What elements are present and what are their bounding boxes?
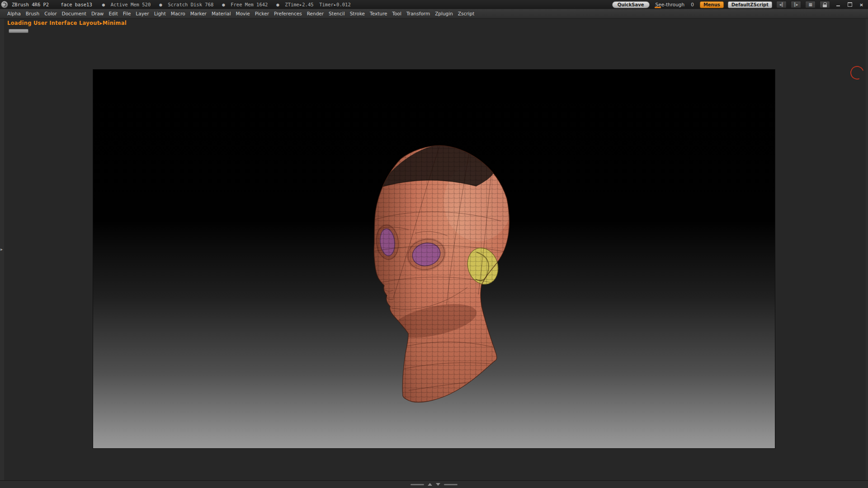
quicksave-button[interactable]: QuickSave [612,1,650,8]
menu-alpha[interactable]: Alpha [7,11,21,16]
menu-material[interactable]: Material [212,11,231,16]
menu-preferences[interactable]: Preferences [274,11,302,16]
layout-prev-button[interactable]: ◂║ [776,1,787,8]
record-indicator-icon [848,64,866,82]
minimize-button[interactable] [834,1,842,8]
lock-icon [823,2,827,7]
menu-zscript[interactable]: Zscript [458,11,474,16]
menu-render[interactable]: Render [307,11,324,16]
see-through-value: 0 [691,2,694,7]
menu-macro[interactable]: Macro [171,11,185,16]
menu-tool[interactable]: Tool [392,11,401,16]
menu-marker[interactable]: Marker [190,11,207,16]
close-button[interactable]: × [858,1,865,8]
canvas-shrink-arrow-icon[interactable] [436,483,440,486]
see-through-indicator [655,7,661,8]
zbrush-logo-icon [1,1,8,8]
head-group [360,137,523,413]
right-tray-strip [866,19,868,480]
maximize-button[interactable] [846,1,854,8]
tray-handle-dash [410,484,424,485]
layout-next-button[interactable]: ║▸ [791,1,801,8]
model-3d-head[interactable] [93,70,775,448]
maximize-icon [848,2,852,7]
document-name: face base13 [61,2,92,7]
menus-toggle-button[interactable]: Menus [700,1,724,8]
menu-stencil[interactable]: Stencil [329,11,345,16]
tray-handle-dash [444,484,458,485]
menu-file[interactable]: File [123,11,131,16]
menu-picker[interactable]: Picker [255,11,269,16]
loading-progress-bar [9,29,28,33]
menu-layer[interactable]: Layer [136,11,149,16]
wireframe-overlay [360,137,523,413]
menu-zplugin[interactable]: Zplugin [435,11,453,16]
left-tray-open-handle[interactable]: ▸ [0,247,3,252]
lock-position-button[interactable] [820,1,830,8]
memory-stats: ● Active Mem 520 ● Scratch Disk 768 ● Fr… [102,2,351,7]
document-canvas[interactable] [93,70,775,448]
menu-document[interactable]: Document [62,11,86,16]
menu-texture[interactable]: Texture [370,11,387,16]
menu-light[interactable]: Light [154,11,166,16]
menu-bar: AlphaBrushColorDocumentDrawEditFileLayer… [0,9,868,19]
see-through-slider[interactable]: See-through 0 [654,2,696,7]
menu-movie[interactable]: Movie [236,11,250,16]
status-message: Loading User Interface Layout▸Minimal [7,20,127,26]
title-bar-right-controls: QuickSave See-through 0 Menus DefaultZSc… [612,0,865,9]
app-title: ZBrush 4R6 P2 [12,2,49,7]
menu-transform[interactable]: Transform [406,11,430,16]
default-zscript-button[interactable]: DefaultZScript [728,1,772,8]
minimize-icon [836,5,840,6]
menu-draw[interactable]: Draw [91,11,104,16]
canvas-grow-arrow-icon[interactable] [428,483,432,486]
menu-color[interactable]: Color [44,11,57,16]
menu-stroke[interactable]: Stroke [350,11,365,16]
menu-brush[interactable]: Brush [26,11,39,16]
palette-config-button[interactable]: ▦ [805,1,816,8]
bottom-tray-bar [0,480,868,488]
menu-edit[interactable]: Edit [108,11,118,16]
title-bar: ZBrush 4R6 P2 face base13 ● Active Mem 5… [0,0,868,9]
